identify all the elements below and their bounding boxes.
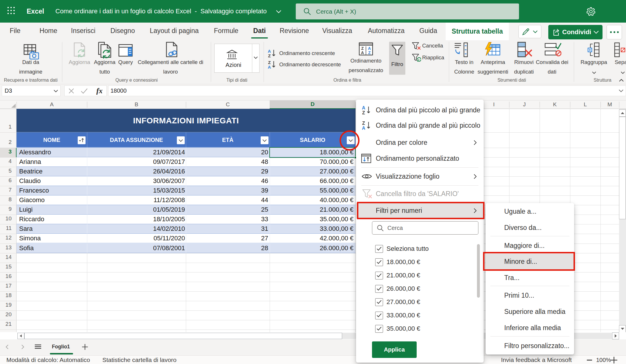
svg-text:Z: Z xyxy=(361,46,364,51)
svg-text:A: A xyxy=(268,49,271,54)
svg-text:A: A xyxy=(362,105,365,110)
svg-text:Z: Z xyxy=(368,50,371,55)
svg-text:Z: Z xyxy=(362,110,365,115)
svg-text:A: A xyxy=(361,50,364,55)
svg-text:A: A xyxy=(368,46,371,51)
svg-text:A: A xyxy=(268,65,271,69)
svg-text:Z: Z xyxy=(268,60,271,65)
svg-text:Z: Z xyxy=(268,53,271,58)
svg-text:Z: Z xyxy=(362,121,365,126)
svg-text:A: A xyxy=(362,126,365,130)
